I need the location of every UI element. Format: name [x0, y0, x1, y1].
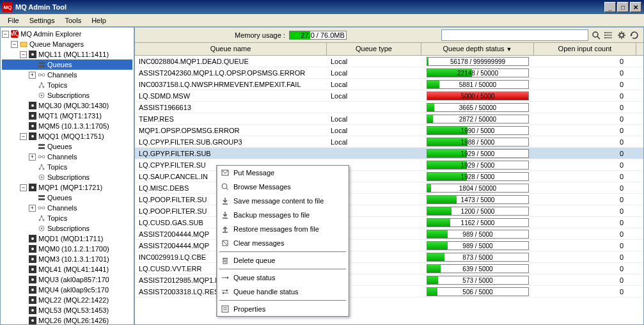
- table-row[interactable]: LQ.POOP.FILTER.SU1473 / 50000: [135, 194, 643, 205]
- collapse-icon[interactable]: −: [20, 184, 27, 191]
- column-header[interactable]: Queue name: [135, 43, 327, 55]
- menu-item-save[interactable]: Save message content to file: [217, 194, 349, 208]
- collapse-icon[interactable]: −: [20, 133, 27, 140]
- table-row[interactable]: LQ.MISC.DEBS1804 / 500000: [135, 182, 643, 194]
- table-row[interactable]: LQ.SAUP.CANCEL.IN1928 / 50000: [135, 171, 643, 182]
- maximize-button[interactable]: □: [617, 2, 629, 12]
- tree-node[interactable]: Subscriptions: [2, 90, 132, 100]
- tree-node[interactable]: −MQP1 (MQP1:1721): [2, 182, 132, 193]
- collapse-icon[interactable]: −: [2, 31, 9, 38]
- menu-label: Queue handle status: [233, 288, 299, 296]
- menu-item-props[interactable]: Properties: [217, 302, 349, 316]
- table-row[interactable]: ASSIST2012985.MQP1.ESSP.SALEVENT.EMD.FAI…: [135, 274, 643, 286]
- tree-node[interactable]: Subscriptions: [2, 223, 132, 234]
- tree-node[interactable]: MQL41 (MQL41:1441): [2, 264, 132, 274]
- refresh-icon[interactable]: [629, 30, 640, 40]
- column-header[interactable]: Queue depth status ▼: [421, 43, 534, 55]
- table-row[interactable]: ASSIST2004444.MQP989 / 50000: [135, 228, 643, 240]
- table-row[interactable]: ASSIST2003318.LQ.RESP.OPSEVENT.ROSTERBEL…: [135, 286, 643, 297]
- tree-node[interactable]: Subscriptions: [2, 172, 132, 182]
- table-row[interactable]: TEMP.RESLocal2872 / 500000: [135, 113, 643, 125]
- tree-node[interactable]: MQD1 (MQD1:1711): [2, 234, 132, 244]
- tree-node[interactable]: −MQL11 (MQL11:1411): [2, 49, 132, 59]
- expand-icon[interactable]: +: [29, 72, 36, 79]
- tree-node[interactable]: MQU3 (akl0ap857:170: [2, 274, 132, 285]
- table-row[interactable]: LQ.CPYP.FILTER.SU1929 / 50000: [135, 159, 643, 171]
- tree-node[interactable]: Queues: [2, 141, 132, 152]
- collapse-icon[interactable]: −: [11, 41, 18, 48]
- menu-item-backup[interactable]: Backup messages to file: [217, 208, 349, 222]
- search-icon[interactable]: [591, 30, 601, 40]
- tree-node[interactable]: Topics: [2, 162, 132, 172]
- svg-line-47: [40, 216, 42, 220]
- tree-node[interactable]: MQL26 (MQL26:1426): [2, 315, 132, 325]
- svg-line-83: [624, 36, 625, 38]
- tree-node[interactable]: MQT1 (MQT1:1731): [2, 111, 132, 121]
- tree-node[interactable]: −MQMQ Admin Explorer: [2, 29, 132, 39]
- menu-help[interactable]: Help: [86, 15, 111, 26]
- tree-node[interactable]: Queues: [2, 193, 132, 203]
- tree-node[interactable]: Topics: [2, 213, 132, 223]
- expand-icon[interactable]: +: [29, 154, 36, 161]
- menu-item-status[interactable]: Queue status: [217, 271, 349, 285]
- tree-node[interactable]: +Channels: [2, 152, 132, 162]
- menu-item-restore[interactable]: Restore messages from file: [217, 222, 349, 236]
- table-row[interactable]: LQ.GPYP.FILTER.SUB1929 / 50000: [135, 148, 643, 159]
- svg-point-18: [31, 104, 34, 107]
- menu-tools[interactable]: Tools: [59, 15, 86, 26]
- tree-node[interactable]: Topics: [2, 80, 132, 90]
- search-input[interactable]: [441, 29, 588, 41]
- table-row[interactable]: LQ.CUSD.GAS.SUB1162 / 50000: [135, 217, 643, 228]
- list-icon[interactable]: [604, 30, 614, 40]
- tree-node[interactable]: MQM5 (10.1.3.1:1705): [2, 121, 132, 131]
- svg-line-48: [42, 216, 43, 220]
- table-row[interactable]: ASSIST2042360.MQP1.LQ.OPSP.OPSMSG.ERRORL…: [135, 67, 643, 79]
- gear-icon[interactable]: [617, 30, 627, 40]
- table-row[interactable]: INC0029919.LQ.CBE873 / 50000: [135, 251, 643, 263]
- menu-item-put[interactable]: Put Message: [217, 166, 349, 180]
- table-row[interactable]: ASSIST2004444.MQP989 / 50000: [135, 240, 643, 251]
- handle-icon: [219, 287, 231, 296]
- menu-file[interactable]: File: [3, 15, 24, 26]
- column-header[interactable]: Open input count: [534, 43, 636, 55]
- table-row[interactable]: LQ.CPYP.FILTER.SUB.GROUP3Local1988 / 500…: [135, 136, 643, 148]
- minimize-button[interactable]: _: [604, 2, 616, 12]
- tree-node[interactable]: MQL30 (MQL30:1430): [2, 100, 132, 111]
- table-row[interactable]: ASSIST19666133665 / 500000: [135, 102, 643, 113]
- menu-label: Put Message: [233, 169, 274, 177]
- tree-node[interactable]: MQM0 (10.1.2.1:1700): [2, 244, 132, 254]
- menu-item-delete[interactable]: Delete queue: [217, 253, 349, 267]
- menu-item-handle[interactable]: Queue handle status: [217, 285, 349, 299]
- table-row[interactable]: INC0028804.MQP1.DEAD.QUEUELocal56178 / 9…: [135, 56, 643, 67]
- close-button[interactable]: ✕: [630, 2, 641, 12]
- tree-panel[interactable]: −MQMQ Admin Explorer−Queue Managers−MQL1…: [0, 27, 134, 325]
- cell-depth: 22148 / 50000: [421, 68, 534, 78]
- tree-node[interactable]: −Queue Managers: [2, 39, 132, 49]
- column-header[interactable]: Queue type: [327, 43, 421, 55]
- tree-node[interactable]: +Channels: [2, 203, 132, 213]
- tree-label: Queues: [47, 143, 72, 150]
- table-row[interactable]: LQ.SDMD.MSWLocal5000 / 50000: [135, 90, 643, 102]
- context-menu[interactable]: Put MessageBrowse MessagesSave message c…: [216, 165, 349, 317]
- menu-settings[interactable]: Settings: [24, 15, 60, 26]
- tree-node[interactable]: MQM3 (10.1.3.1:1701): [2, 254, 132, 264]
- table-row[interactable]: LQ.POOP.FILTER.SU1200 / 50000: [135, 205, 643, 217]
- tree-node[interactable]: MQL53 (MQL53:1453): [2, 305, 132, 315]
- tree-node[interactable]: +Channels: [2, 70, 132, 80]
- menu-item-clear[interactable]: Clear messages: [217, 236, 349, 250]
- tree-node[interactable]: −MQQ1 (MQQ1:1751): [2, 131, 132, 141]
- expand-icon[interactable]: +: [29, 205, 36, 212]
- tree-node[interactable]: MQL22 (MQL22:1422): [2, 295, 132, 305]
- cell-depth: 1473 / 5000: [421, 194, 534, 205]
- menu-item-browse[interactable]: Browse Messages: [217, 180, 349, 194]
- table-row[interactable]: LQ.CUSD.VVT.ERR639 / 50000: [135, 263, 643, 274]
- collapse-icon[interactable]: −: [20, 51, 27, 58]
- svg-line-34: [42, 165, 43, 169]
- tree-node[interactable]: MQU4 (akl0ap9c5:170: [2, 285, 132, 295]
- queue-table[interactable]: Queue nameQueue typeQueue depth status ▼…: [135, 43, 643, 324]
- tree-node[interactable]: Queues: [2, 59, 132, 70]
- table-row[interactable]: INC0037158.LQ.NWSP.HRMEVENT.EMPEXIT.FAIL…: [135, 79, 643, 90]
- cell-open: 0: [534, 253, 636, 262]
- table-row[interactable]: MQP1.OPSP.OPSMSG.ERRORLocal1990 / 50000: [135, 125, 643, 136]
- qm-icon: [28, 306, 37, 315]
